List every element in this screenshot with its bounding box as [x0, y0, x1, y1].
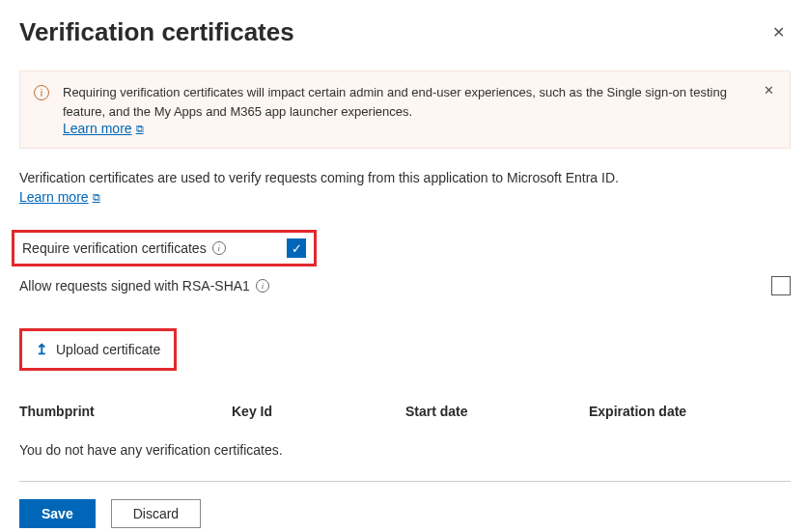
upload-section: ↥ Upload certificate — [19, 328, 791, 371]
upload-label: Upload certificate — [56, 342, 160, 357]
table-header-row: Thumbprint Key Id Start date Expiration … — [19, 404, 791, 419]
banner-learn-more-link[interactable]: Learn more ⧉ — [63, 121, 144, 136]
upload-icon: ↥ — [36, 341, 48, 358]
allow-rsa-checkbox[interactable] — [771, 276, 791, 295]
description-learn-more-link[interactable]: Learn more ⧉ — [19, 189, 100, 205]
description-text: Verification certificates are used to ve… — [19, 170, 791, 185]
banner-text: Requiring verification certificates will… — [63, 83, 755, 121]
info-icon[interactable]: i — [256, 279, 269, 293]
warning-icon: i — [34, 85, 49, 100]
require-verification-label: Require verification certificates i — [22, 240, 287, 256]
column-thumbprint: Thumbprint — [19, 404, 232, 419]
options-group: Require verification certificates i ✓ Al… — [19, 230, 791, 295]
save-button[interactable]: Save — [19, 499, 96, 528]
discard-button[interactable]: Discard — [111, 499, 201, 528]
require-verification-option: Require verification certificates i ✓ — [12, 230, 317, 266]
upload-certificate-button[interactable]: ↥ Upload certificate — [19, 328, 177, 371]
require-verification-checkbox[interactable]: ✓ — [287, 238, 306, 258]
warning-banner: i ✕ Requiring verification certificates … — [19, 70, 791, 149]
footer-actions: Save Discard — [19, 499, 791, 528]
allow-rsa-label: Allow requests signed with RSA-SHA1 i — [19, 278, 771, 294]
external-link-icon: ⧉ — [136, 123, 144, 135]
column-key-id: Key Id — [232, 404, 405, 419]
banner-close-icon[interactable]: ✕ — [758, 81, 780, 99]
info-icon[interactable]: i — [212, 241, 226, 255]
column-expiration-date: Expiration date — [589, 404, 791, 419]
link-label: Learn more — [19, 189, 89, 205]
panel-header: Verification certificates ✕ — [19, 17, 791, 47]
page-title: Verification certificates — [19, 17, 294, 47]
external-link-icon: ⧉ — [93, 191, 100, 204]
divider — [19, 481, 791, 482]
link-label: Learn more — [63, 121, 132, 136]
column-start-date: Start date — [405, 404, 589, 419]
close-icon[interactable]: ✕ — [766, 19, 791, 45]
allow-rsa-option: Allow requests signed with RSA-SHA1 i — [19, 276, 791, 295]
table-empty-message: You do not have any verification certifi… — [19, 442, 791, 458]
